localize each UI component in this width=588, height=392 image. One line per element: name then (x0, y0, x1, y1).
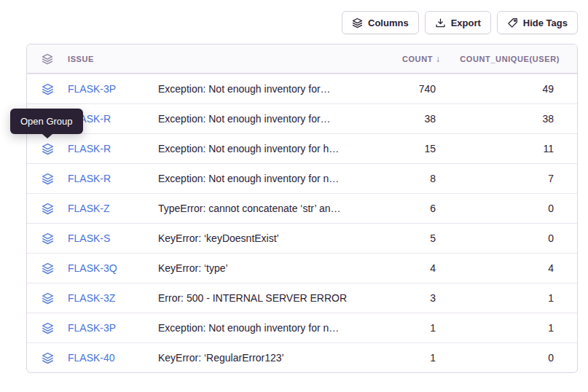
open-group-icon[interactable] (42, 232, 54, 245)
count-value: 740 (376, 83, 449, 95)
count-unique-value: 49 (449, 83, 577, 95)
sort-desc-icon: ↓ (436, 54, 440, 64)
issue-link[interactable]: FLASK-3Z (68, 292, 115, 304)
count-unique-value: 38 (449, 113, 577, 125)
open-group-icon[interactable] (42, 83, 54, 95)
column-header-count[interactable]: COUNT ↓ (376, 54, 449, 64)
open-group-icon[interactable] (42, 262, 54, 275)
tooltip-open-group: Open Group (10, 109, 83, 134)
issue-link[interactable]: FLASK-S (68, 232, 110, 244)
header-icon-cell (27, 53, 68, 65)
issue-link[interactable]: FLASK-3Q (68, 262, 117, 274)
issue-message: KeyError: ‘type’ (158, 262, 376, 274)
table-row[interactable]: FLASK-R Exception: Not enough inventory … (27, 103, 577, 133)
issue-link[interactable]: FLASK-3P (68, 322, 116, 334)
hide-tags-button[interactable]: Hide Tags (497, 11, 578, 34)
count-value: 4 (376, 262, 449, 274)
count-unique-value: 1 (449, 292, 577, 304)
export-button[interactable]: Export (425, 11, 491, 34)
issue-link[interactable]: FLASK-3P (68, 83, 116, 95)
count-unique-value: 1 (449, 322, 577, 334)
issue-link[interactable]: FLASK-Z (68, 203, 110, 214)
count-value: 3 (376, 292, 449, 304)
column-header-count-unique[interactable]: COUNT_UNIQUE(USER) (449, 55, 577, 63)
open-group-icon[interactable] (42, 292, 54, 305)
count-value: 38 (376, 113, 449, 125)
toolbar: Columns Export Hide Tags (342, 11, 578, 34)
column-header-issue[interactable]: ISSUE (68, 55, 158, 63)
open-group-icon[interactable] (42, 143, 54, 155)
issue-message: KeyError: ‘RegularError123’ (158, 352, 376, 364)
issue-link[interactable]: FLASK-40 (68, 352, 115, 364)
columns-stack-icon (352, 17, 363, 28)
issue-message: Exception: Not enough inventory for n… (158, 173, 376, 184)
issue-message: Exception: Not enough inventory for… (158, 83, 376, 95)
open-group-icon[interactable] (42, 352, 54, 364)
count-value: 5 (376, 232, 449, 244)
export-button-label: Export (451, 17, 481, 28)
issues-table: ISSUE COUNT ↓ COUNT_UNIQUE(USER) FLASK-3… (26, 44, 578, 373)
count-header-label: COUNT (402, 55, 433, 63)
table-row[interactable]: FLASK-40 KeyError: ‘RegularError123’ 1 0 (27, 342, 577, 372)
export-download-icon (435, 17, 446, 28)
table-row[interactable]: FLASK-S KeyError: ‘keyDoesntExist’ 5 0 (27, 223, 577, 253)
columns-button-label: Columns (368, 17, 409, 28)
issue-link[interactable]: FLASK-R (68, 143, 111, 154)
issue-message: Exception: Not enough inventory for… (158, 113, 376, 125)
issue-message: Exception: Not enough inventory for h… (158, 143, 376, 154)
count-value: 1 (376, 322, 449, 334)
table-row[interactable]: FLASK-3P Exception: Not enough inventory… (27, 313, 577, 342)
table-row[interactable]: FLASK-R Exception: Not enough inventory … (27, 133, 577, 163)
count-value: 15 (376, 143, 449, 154)
hide-tags-button-label: Hide Tags (523, 17, 568, 28)
count-unique-value: 4 (449, 262, 577, 274)
count-unique-value: 0 (449, 203, 577, 214)
count-unique-value: 11 (449, 143, 577, 154)
table-row[interactable]: FLASK-3Q KeyError: ‘type’ 4 4 (27, 253, 577, 283)
table-header-row: ISSUE COUNT ↓ COUNT_UNIQUE(USER) (27, 44, 577, 74)
count-value: 8 (376, 173, 449, 184)
tag-icon (507, 17, 518, 28)
columns-button[interactable]: Columns (342, 11, 419, 34)
count-unique-value: 0 (449, 232, 577, 244)
issue-message: TypeError: cannot concatenate ‘str’ an… (158, 203, 376, 214)
issue-message: Error: 500 - INTERNAL SERVER ERROR (158, 292, 376, 304)
issue-message: KeyError: ‘keyDoesntExist’ (158, 232, 376, 244)
table-row[interactable]: FLASK-Z TypeError: cannot concatenate ‘s… (27, 193, 577, 223)
count-unique-value: 7 (449, 173, 577, 184)
issue-message: Exception: Not enough inventory for n… (158, 322, 376, 334)
table-row[interactable]: FLASK-3Z Error: 500 - INTERNAL SERVER ER… (27, 283, 577, 313)
open-group-icon[interactable] (42, 322, 54, 334)
count-value: 6 (376, 203, 449, 214)
open-group-icon[interactable] (42, 173, 54, 185)
stack-icon (42, 53, 53, 65)
count-unique-value: 0 (449, 352, 577, 364)
count-value: 1 (376, 352, 449, 364)
open-group-icon[interactable] (42, 203, 54, 215)
table-row[interactable]: FLASK-R Exception: Not enough inventory … (27, 163, 577, 193)
issue-link[interactable]: FLASK-R (68, 173, 111, 184)
table-row[interactable]: FLASK-3P Exception: Not enough inventory… (27, 74, 577, 103)
